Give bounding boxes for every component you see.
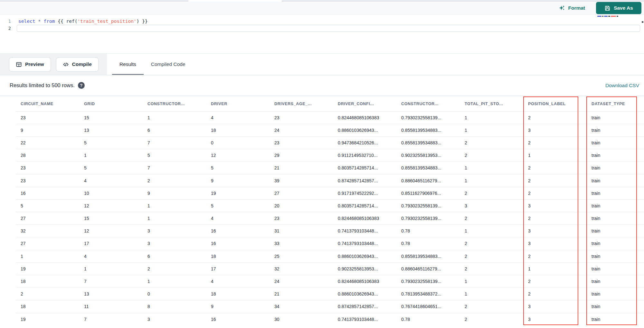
table-cell: 18 [16, 275, 80, 287]
table-cell: 1 [143, 275, 206, 287]
table-cell: 1 [460, 174, 524, 187]
format-button[interactable]: Format [559, 5, 585, 11]
table-cell: 34 [270, 300, 333, 313]
table-cell: 27 [270, 187, 333, 199]
table-cell: 4 [206, 212, 270, 225]
table-cell: 23 [270, 111, 333, 124]
download-csv-link[interactable]: Download CSV [605, 83, 639, 88]
table-cell: 33 [270, 237, 333, 250]
table-cell: 0.7930232558139... [397, 275, 460, 287]
code-line-2: 2 [0, 25, 644, 32]
table-cell: 6 [143, 250, 206, 262]
table-cell: 12 [80, 225, 143, 237]
active-tab-underline [112, 74, 144, 75]
table-cell: 0.7413793103448... [333, 225, 397, 237]
table-cell: 32 [16, 225, 80, 237]
table-cell: 1 [143, 212, 206, 225]
table-cell: 20 [270, 199, 333, 212]
table-cell: 11 [80, 300, 143, 313]
table-cell: 28 [16, 149, 80, 162]
table-cell: 24 [270, 124, 333, 136]
table-cell: 4 [80, 174, 143, 187]
table-cell: 2 [143, 262, 206, 275]
column-header-driver-confi: DRIVER_CONFI... [333, 96, 397, 111]
table-cell: 2 [143, 174, 206, 187]
preview-button[interactable]: Preview [9, 57, 51, 72]
table-cell: 0.9023255813953... [397, 149, 460, 162]
table-cell: 18 [206, 124, 270, 136]
table-cell: 23 [270, 212, 333, 225]
code-token: {{ [55, 19, 66, 24]
table-cell: 0.9473684210526... [333, 136, 397, 149]
table-cell: 16 [16, 187, 80, 199]
table-cell: 5 [16, 199, 80, 212]
table-cell: 1 [460, 288, 524, 300]
editor-minimap[interactable] [597, 15, 618, 17]
table-cell: 0.824468085106383 [333, 212, 397, 225]
minimap-mark [604, 16, 608, 17]
table-cell: 1 [460, 162, 524, 174]
table-cell: 7 [80, 275, 143, 287]
code-token: ref( [66, 19, 77, 24]
table-cell: 7 [143, 136, 206, 149]
code-token: from [44, 19, 55, 24]
table-cell: 15 [80, 212, 143, 225]
table-cell: 24 [270, 275, 333, 287]
tab-compiled-code[interactable]: Compiled Code [144, 54, 193, 75]
code-text: select * from {{ ref('train_test_positio… [11, 19, 148, 24]
table-cell: 3 [143, 225, 206, 237]
compile-button[interactable]: Compile [56, 57, 99, 72]
table-cell: 31 [270, 225, 333, 237]
table-cell: 0.8860103626943... [333, 288, 397, 300]
column-header-circuit-name: CIRCUIT_NAME [16, 96, 80, 111]
table-cell: 0.8860465116279... [397, 262, 460, 275]
table-cell: 22 [16, 136, 80, 149]
results-toolbar: Preview Compile Results Compiled Cod [0, 53, 644, 75]
table-cell: 10 [80, 187, 143, 199]
table-cell: 2 [460, 187, 524, 199]
table-cell: 2 [460, 136, 524, 149]
table-cell: 0.9171974522292... [333, 187, 397, 199]
table-cell: 5 [206, 162, 270, 174]
table-cell: 5 [80, 162, 143, 174]
code-token: ) }} [137, 19, 148, 24]
table-cell: 16 [206, 237, 270, 250]
highlight-box-dataset-type [586, 96, 637, 325]
tab-results[interactable]: Results [112, 54, 144, 75]
help-icon[interactable]: ? [78, 82, 85, 89]
save-as-button[interactable]: Save As [596, 2, 641, 14]
table-cell: 0.8860465116279... [397, 174, 460, 187]
table-cell: 0.7813953488372... [397, 288, 460, 300]
table-cell: 0.7413793103448... [333, 313, 397, 325]
table-cell: 0.8860103626943... [333, 124, 397, 136]
column-header-total-pit-sto: TOTAL_PIT_STO... [460, 96, 524, 111]
results-table-section: CIRCUIT_NAMEGRIDCONSTRUCTOR...DRIVERDRIV… [0, 95, 644, 328]
table-cell: 18 [16, 300, 80, 313]
table-cell: 3 [143, 313, 206, 325]
table-cell: 0.8558139534883... [397, 124, 460, 136]
table-cell: 8 [143, 300, 206, 313]
table-cell: 2 [460, 250, 524, 262]
editor-header: Format Save As [0, 2, 644, 15]
table-cell: 2 [460, 149, 524, 162]
table-cell: 1 [460, 111, 524, 124]
table-cell: 18 [206, 250, 270, 262]
table-cell: 4 [206, 275, 270, 287]
table-cell: 27 [16, 237, 80, 250]
table-cell: 0.8558139534883... [397, 136, 460, 149]
table-cell: 39 [270, 174, 333, 187]
sql-editor[interactable]: 1 select * from {{ ref('train_test_posit… [0, 15, 644, 53]
code-token: select [18, 19, 35, 24]
scrollbar-marker [642, 21, 643, 23]
table-cell: 1 [460, 275, 524, 287]
table-cell: 21 [270, 288, 333, 300]
table-cell: 32 [270, 262, 333, 275]
table-cell: 9 [206, 300, 270, 313]
sparkles-icon [559, 5, 565, 11]
table-cell: 3 [460, 199, 524, 212]
table-cell: 23 [16, 162, 80, 174]
minimap-mark [597, 16, 601, 17]
tab-compiled-code-label: Compiled Code [151, 61, 185, 67]
table-cell: 2 [460, 300, 524, 313]
table-cell: 2 [460, 262, 524, 275]
